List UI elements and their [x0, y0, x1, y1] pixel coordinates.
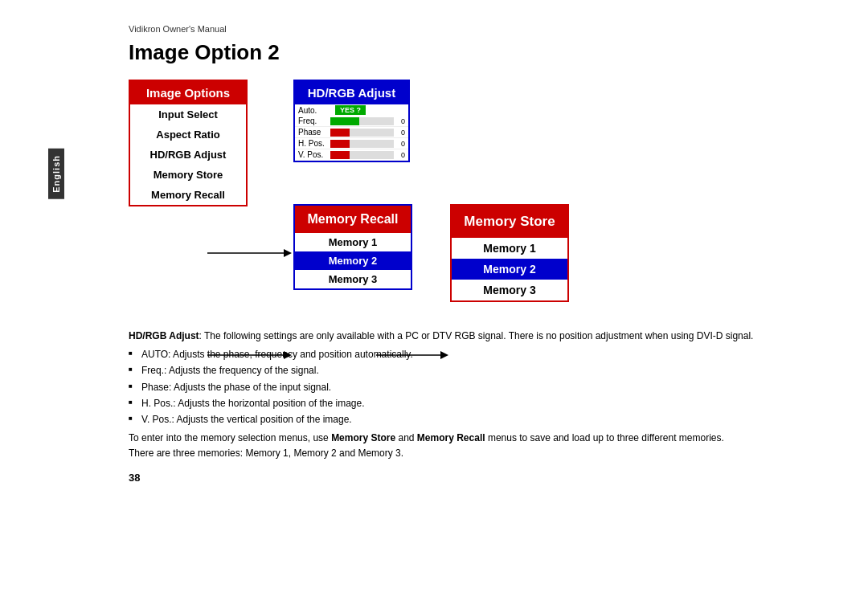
hd-freq-value: 0	[395, 117, 405, 125]
page-title: Image Option 2	[129, 40, 820, 65]
bullet-hpos: H. Pos.: Adjusts the horizontal position…	[129, 396, 820, 411]
hd-phase-row: Phase 0	[295, 127, 408, 138]
hd-vpos-value: 0	[395, 151, 405, 159]
hd-auto-label: Auto.	[298, 106, 329, 115]
memory-store-header: Memory Store	[452, 206, 567, 238]
memory-recall-item-2[interactable]: Memory 2	[295, 251, 411, 270]
memory-store-item-1[interactable]: Memory 1	[452, 238, 567, 259]
memory-recall-term: Memory Recall	[417, 432, 485, 443]
hd-freq-label: Freq.	[298, 116, 329, 125]
memory-store-box: Memory Store Memory 1 Memory 2 Memory 3	[450, 204, 569, 302]
description-intro-para: HD/RGB Adjust: The following settings ar…	[129, 329, 820, 344]
hd-rgb-term: HD/RGB Adjust	[129, 330, 199, 341]
memory-note-text: To enter into the memory selection menus…	[129, 432, 331, 443]
diagram-area: Image Options Input Select Aspect Ratio …	[129, 80, 820, 313]
image-options-item-hd-rgb[interactable]: HD/RGB Adjust	[130, 145, 246, 165]
hd-rgb-box: HD/RGB Adjust Auto. YES ? Freq. 0 Phase	[293, 80, 410, 162]
memory-end-text: menus to save and load up to three diffe…	[485, 432, 724, 443]
memory-store-term: Memory Store	[331, 432, 395, 443]
hd-freq-row: Freq. 0	[295, 116, 408, 127]
hd-auto-row: Auto. YES ?	[295, 104, 408, 116]
hd-hpos-value: 0	[395, 140, 405, 148]
memory-note2-para: There are three memories: Memory 1, Memo…	[129, 446, 820, 461]
hd-phase-bar	[330, 129, 394, 137]
hd-rgb-inner: Auto. YES ? Freq. 0 Phase 0	[295, 104, 408, 161]
memory-recall-item-3[interactable]: Memory 3	[295, 270, 411, 288]
hd-phase-label: Phase	[298, 128, 329, 137]
bullet-list: AUTO: Adjusts the phase, frequency and p…	[129, 347, 820, 427]
bullet-freq: Freq.: Adjusts the frequency of the sign…	[129, 363, 820, 378]
memory-store-item-3[interactable]: Memory 3	[452, 280, 567, 300]
memory-note-para: To enter into the memory selection menus…	[129, 431, 820, 446]
bullet-auto: AUTO: Adjusts the phase, frequency and p…	[129, 347, 820, 362]
hd-yes-badge: YES ?	[335, 105, 366, 115]
image-options-box: Image Options Input Select Aspect Ratio …	[129, 80, 248, 206]
memory-and-text: and	[395, 432, 417, 443]
memory-recall-box: Memory Recall Memory 1 Memory 2 Memory 3	[293, 204, 412, 290]
manual-label: Vidikron Owner's Manual	[129, 24, 820, 34]
memory-store-item-2[interactable]: Memory 2	[452, 259, 567, 280]
hd-vpos-bar	[330, 151, 394, 159]
description-area: HD/RGB Adjust: The following settings ar…	[129, 329, 820, 486]
memory-recall-header: Memory Recall	[295, 206, 411, 233]
image-options-item-memory-store[interactable]: Memory Store	[130, 165, 246, 185]
hd-freq-bar	[330, 117, 394, 125]
hd-hpos-row: H. Pos. 0	[295, 138, 408, 149]
hd-hpos-bar	[330, 140, 394, 148]
image-options-item-aspect-ratio[interactable]: Aspect Ratio	[130, 125, 246, 145]
bullet-vpos: V. Pos.: Adjusts the vertical position o…	[129, 412, 820, 427]
image-options-item-input-select[interactable]: Input Select	[130, 104, 246, 125]
image-options-item-memory-recall[interactable]: Memory Recall	[130, 185, 246, 205]
hd-vpos-row: V. Pos. 0	[295, 149, 408, 161]
intro-text: : The following settings are only availa…	[199, 330, 754, 341]
image-options-header: Image Options	[130, 81, 246, 104]
svg-marker-1	[284, 249, 292, 257]
bullet-phase: Phase: Adjusts the phase of the input si…	[129, 380, 820, 395]
page-number: 38	[129, 470, 820, 487]
hd-vpos-label: V. Pos.	[298, 150, 329, 159]
hd-hpos-label: H. Pos.	[298, 139, 329, 148]
hd-rgb-header: HD/RGB Adjust	[295, 81, 408, 104]
english-tab: English	[48, 149, 64, 199]
hd-phase-value: 0	[395, 129, 405, 137]
memory-recall-item-1[interactable]: Memory 1	[295, 233, 411, 251]
